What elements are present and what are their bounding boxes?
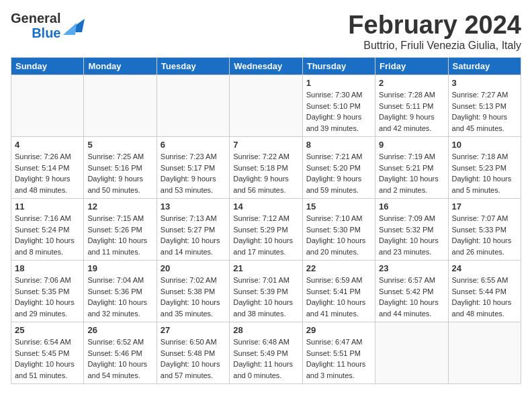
calendar-cell: 8Sunrise: 7:21 AM Sunset: 5:20 PM Daylig… [302, 137, 375, 199]
logo: General Blue [11, 11, 85, 40]
calendar-cell: 9Sunrise: 7:19 AM Sunset: 5:21 PM Daylig… [375, 137, 448, 199]
day-info: Sunrise: 7:19 AM Sunset: 5:21 PM Dayligh… [379, 151, 444, 195]
calendar-cell: 3Sunrise: 7:27 AM Sunset: 5:13 PM Daylig… [448, 75, 521, 137]
day-number: 4 [15, 140, 80, 150]
weekday-header-thursday: Thursday [302, 58, 375, 75]
day-info: Sunrise: 6:57 AM Sunset: 5:42 PM Dayligh… [379, 275, 444, 319]
calendar-cell: 5Sunrise: 7:25 AM Sunset: 5:16 PM Daylig… [84, 137, 157, 199]
weekday-header-sunday: Sunday [11, 58, 84, 75]
day-info: Sunrise: 7:28 AM Sunset: 5:11 PM Dayligh… [379, 89, 444, 134]
day-number: 24 [452, 263, 517, 273]
day-info: Sunrise: 7:04 AM Sunset: 5:36 PM Dayligh… [87, 275, 152, 319]
calendar-cell [375, 322, 448, 384]
day-info: Sunrise: 7:16 AM Sunset: 5:24 PM Dayligh… [15, 213, 80, 257]
day-number: 25 [15, 325, 80, 335]
header-area: General Blue February 2024 Buttrio, Friu… [11, 11, 521, 52]
day-number: 20 [161, 263, 226, 273]
calendar-cell [157, 75, 229, 137]
calendar-cell: 20Sunrise: 7:02 AM Sunset: 5:38 PM Dayli… [157, 261, 229, 322]
weekday-header-monday: Monday [84, 58, 157, 75]
week-row-1: 1Sunrise: 7:30 AM Sunset: 5:10 PM Daylig… [11, 75, 521, 137]
calendar-cell: 27Sunrise: 6:50 AM Sunset: 5:48 PM Dayli… [157, 322, 229, 384]
calendar-cell: 14Sunrise: 7:12 AM Sunset: 5:29 PM Dayli… [230, 199, 302, 261]
day-info: Sunrise: 7:06 AM Sunset: 5:35 PM Dayligh… [15, 275, 80, 319]
day-number: 12 [87, 201, 152, 212]
day-number: 19 [87, 263, 152, 273]
calendar-cell: 24Sunrise: 6:55 AM Sunset: 5:44 PM Dayli… [448, 261, 521, 322]
day-info: Sunrise: 6:50 AM Sunset: 5:48 PM Dayligh… [161, 336, 226, 381]
calendar-cell: 19Sunrise: 7:04 AM Sunset: 5:36 PM Dayli… [84, 261, 157, 322]
logo-wing-icon [63, 16, 85, 35]
weekday-header-friday: Friday [375, 58, 448, 75]
calendar-cell: 18Sunrise: 7:06 AM Sunset: 5:35 PM Dayli… [11, 261, 84, 322]
calendar-cell: 21Sunrise: 7:01 AM Sunset: 5:39 PM Dayli… [230, 261, 302, 322]
logo-blue-text: Blue [32, 26, 60, 40]
day-number: 28 [233, 325, 298, 335]
calendar-cell: 11Sunrise: 7:16 AM Sunset: 5:24 PM Dayli… [11, 199, 84, 261]
calendar-cell [11, 75, 84, 137]
calendar-cell: 23Sunrise: 6:57 AM Sunset: 5:42 PM Dayli… [375, 261, 448, 322]
calendar-cell: 26Sunrise: 6:52 AM Sunset: 5:46 PM Dayli… [84, 322, 157, 384]
calendar-cell: 1Sunrise: 7:30 AM Sunset: 5:10 PM Daylig… [302, 75, 375, 137]
day-number: 16 [379, 201, 444, 212]
day-number: 27 [161, 325, 226, 335]
calendar-cell [448, 322, 521, 384]
calendar-cell: 22Sunrise: 6:59 AM Sunset: 5:41 PM Dayli… [302, 261, 375, 322]
day-number: 22 [306, 263, 371, 273]
calendar-cell: 7Sunrise: 7:22 AM Sunset: 5:18 PM Daylig… [230, 137, 302, 199]
day-number: 8 [306, 140, 371, 150]
calendar-cell: 4Sunrise: 7:26 AM Sunset: 5:14 PM Daylig… [11, 137, 84, 199]
day-info: Sunrise: 7:22 AM Sunset: 5:18 PM Dayligh… [233, 151, 298, 195]
title-area: February 2024 Buttrio, Friuli Venezia Gi… [348, 11, 521, 52]
day-number: 15 [306, 201, 371, 212]
day-number: 7 [233, 140, 298, 150]
day-number: 18 [15, 263, 80, 273]
weekday-header-saturday: Saturday [448, 58, 521, 75]
day-info: Sunrise: 7:12 AM Sunset: 5:29 PM Dayligh… [233, 213, 298, 257]
day-number: 2 [379, 78, 444, 88]
day-number: 1 [306, 78, 371, 88]
day-info: Sunrise: 7:10 AM Sunset: 5:30 PM Dayligh… [306, 213, 371, 257]
day-info: Sunrise: 7:30 AM Sunset: 5:10 PM Dayligh… [306, 89, 371, 134]
day-number: 13 [161, 201, 226, 212]
day-info: Sunrise: 7:18 AM Sunset: 5:23 PM Dayligh… [452, 151, 517, 195]
calendar-cell: 16Sunrise: 7:09 AM Sunset: 5:32 PM Dayli… [375, 199, 448, 261]
weekday-header-tuesday: Tuesday [157, 58, 229, 75]
day-number: 3 [452, 78, 517, 88]
day-info: Sunrise: 7:25 AM Sunset: 5:16 PM Dayligh… [87, 151, 152, 195]
day-number: 6 [161, 140, 226, 150]
day-number: 10 [452, 140, 517, 150]
day-number: 23 [379, 263, 444, 273]
day-number: 21 [233, 263, 298, 273]
weekday-header-wednesday: Wednesday [230, 58, 302, 75]
day-info: Sunrise: 7:13 AM Sunset: 5:27 PM Dayligh… [161, 213, 226, 257]
calendar-cell [230, 75, 302, 137]
calendar-cell: 17Sunrise: 7:07 AM Sunset: 5:33 PM Dayli… [448, 199, 521, 261]
calendar-cell: 12Sunrise: 7:15 AM Sunset: 5:26 PM Dayli… [84, 199, 157, 261]
calendar-cell: 29Sunrise: 6:47 AM Sunset: 5:51 PM Dayli… [302, 322, 375, 384]
day-number: 29 [306, 325, 371, 335]
day-number: 14 [233, 201, 298, 212]
day-info: Sunrise: 6:55 AM Sunset: 5:44 PM Dayligh… [452, 275, 517, 319]
day-info: Sunrise: 6:54 AM Sunset: 5:45 PM Dayligh… [15, 336, 80, 381]
logo-general: General [11, 11, 60, 26]
month-title: February 2024 [348, 11, 521, 40]
calendar-cell: 15Sunrise: 7:10 AM Sunset: 5:30 PM Dayli… [302, 199, 375, 261]
day-info: Sunrise: 7:09 AM Sunset: 5:32 PM Dayligh… [379, 213, 444, 257]
calendar-cell [84, 75, 157, 137]
day-info: Sunrise: 7:21 AM Sunset: 5:20 PM Dayligh… [306, 151, 371, 195]
day-info: Sunrise: 6:47 AM Sunset: 5:51 PM Dayligh… [306, 336, 371, 381]
day-info: Sunrise: 7:27 AM Sunset: 5:13 PM Dayligh… [452, 89, 517, 134]
day-info: Sunrise: 7:15 AM Sunset: 5:26 PM Dayligh… [87, 213, 152, 257]
calendar-cell: 13Sunrise: 7:13 AM Sunset: 5:27 PM Dayli… [157, 199, 229, 261]
location: Buttrio, Friuli Venezia Giulia, Italy [348, 40, 521, 52]
week-row-3: 11Sunrise: 7:16 AM Sunset: 5:24 PM Dayli… [11, 199, 521, 261]
day-info: Sunrise: 7:26 AM Sunset: 5:14 PM Dayligh… [15, 151, 80, 195]
day-info: Sunrise: 7:02 AM Sunset: 5:38 PM Dayligh… [161, 275, 226, 319]
svg-marker-1 [63, 23, 77, 35]
week-row-2: 4Sunrise: 7:26 AM Sunset: 5:14 PM Daylig… [11, 137, 521, 199]
calendar-cell: 6Sunrise: 7:23 AM Sunset: 5:17 PM Daylig… [157, 137, 229, 199]
calendar-cell: 10Sunrise: 7:18 AM Sunset: 5:23 PM Dayli… [448, 137, 521, 199]
calendar: SundayMondayTuesdayWednesdayThursdayFrid… [11, 57, 521, 384]
day-number: 17 [452, 201, 517, 212]
